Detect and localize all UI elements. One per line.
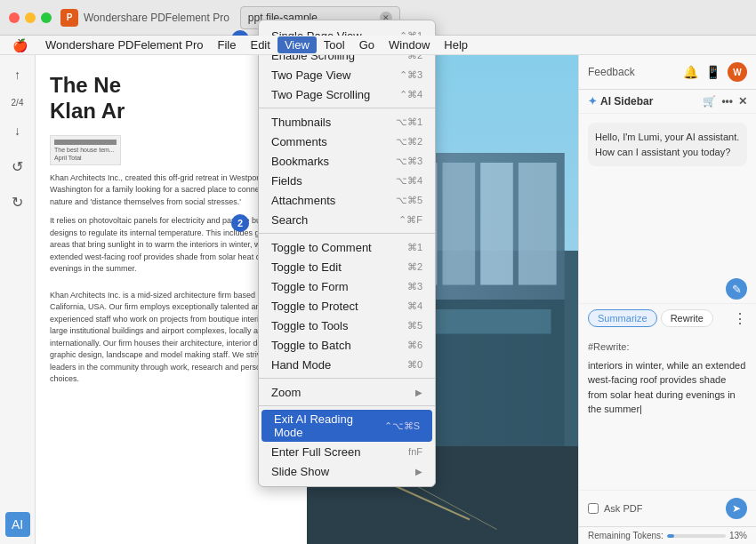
fields-shortcut: ⌥⌘4 [396,175,422,187]
attachments-shortcut: ⌥⌘5 [396,195,422,206]
dropdown-overlay[interactable]: Single Page View ⌃⌘1 Enable Scrolling ⌃⌘… [0,20,756,544]
toggle-comment-shortcut: ⌘1 [407,242,422,253]
toggle-tools-shortcut: ⌘5 [407,320,422,332]
enter-fullscreen-label: Enter Full Screen [271,445,360,459]
toggle-comment-label: Toggle to Comment [271,241,372,254]
menu-bar: 🍎 Wondershare PDFelement Pro File Edit V… [0,36,756,55]
comments-shortcut: ⌥⌘2 [396,136,422,148]
menu-wondershare[interactable]: Wondershare PDFelement Pro [38,36,211,53]
badge-2: 2 [231,214,249,232]
hand-mode-label: Hand Mode [271,358,331,372]
menu-window[interactable]: Window [382,36,437,53]
comments-item[interactable]: Comments ⌥⌘2 [259,132,435,151]
fields-label: Fields [271,174,302,188]
toggle-tools-item[interactable]: Toggle to Tools ⌘5 [259,316,435,335]
exit-ai-reading-shortcut: ⌃⌥⌘S [384,420,420,432]
toggle-form-shortcut: ⌘3 [407,281,422,292]
toggle-section: Toggle to Comment ⌘1 Toggle to Edit ⌘2 T… [259,233,435,376]
slide-show-label: Slide Show [271,465,329,478]
two-page-view-shortcut: ⌃⌘3 [399,69,422,81]
search-shortcut: ⌃⌘F [398,214,422,226]
two-page-scrolling-label: Two Page Scrolling [271,88,370,101]
menu-edit[interactable]: Edit [243,36,277,53]
two-page-view-label: Two Page View [271,68,350,82]
bookmarks-label: Bookmarks [271,155,329,168]
toggle-protect-shortcut: ⌘4 [407,300,422,312]
exit-ai-reading-item[interactable]: Exit AI Reading Mode ⌃⌥⌘S [261,410,432,442]
zoom-item[interactable]: Zoom ▶ [259,382,435,402]
two-page-view-item[interactable]: Two Page View ⌃⌘3 [259,65,435,84]
toggle-edit-label: Toggle to Edit [271,260,342,274]
zoom-section: Zoom ▶ [259,378,435,404]
slide-show-item[interactable]: Slide Show ▶ [259,461,435,481]
attachments-label: Attachments [271,194,335,207]
slide-show-arrow: ▶ [415,467,422,476]
fields-item[interactable]: Fields ⌥⌘4 [259,171,435,190]
view-dropdown-menu: Single Page View ⌃⌘1 Enable Scrolling ⌃⌘… [258,20,436,487]
bookmarks-shortcut: ⌥⌘3 [396,156,422,167]
search-item[interactable]: Search ⌃⌘F [259,210,435,229]
toggle-batch-item[interactable]: Toggle to Batch ⌘6 [259,335,435,355]
thumbnails-item[interactable]: Thumbnails ⌥⌘1 [259,112,435,132]
menu-tool[interactable]: Tool [317,36,352,53]
zoom-label: Zoom [271,386,301,399]
toggle-tools-label: Toggle to Tools [271,319,349,332]
toggle-batch-label: Toggle to Batch [271,339,351,352]
two-page-scrolling-item[interactable]: Two Page Scrolling ⌃⌘4 [259,84,435,104]
apple-menu[interactable]: 🍎 [5,36,35,54]
menu-view[interactable]: View [277,36,317,53]
bookmarks-item[interactable]: Bookmarks ⌥⌘3 [259,151,435,171]
thumbnails-shortcut: ⌥⌘1 [396,116,422,128]
panel-section: Thumbnails ⌥⌘1 Comments ⌥⌘2 Bookmarks ⌥⌘… [259,108,435,231]
zoom-submenu-arrow: ▶ [415,388,422,397]
hand-mode-item[interactable]: Hand Mode ⌘0 [259,355,435,374]
thumbnails-label: Thumbnails [271,116,331,129]
toggle-batch-shortcut: ⌘6 [407,340,422,351]
screen-section: Exit AI Reading Mode ⌃⌥⌘S Enter Full Scr… [259,405,435,483]
menu-file[interactable]: File [211,36,244,53]
toggle-form-item[interactable]: Toggle to Form ⌘3 [259,276,435,296]
toggle-edit-item[interactable]: Toggle to Edit ⌘2 [259,257,435,276]
toggle-protect-label: Toggle to Protect [271,300,358,313]
hand-mode-shortcut: ⌘0 [407,359,422,371]
enter-fullscreen-item[interactable]: Enter Full Screen fnF [259,442,435,461]
enter-fullscreen-shortcut: fnF [408,446,422,457]
toggle-protect-item[interactable]: Toggle to Protect ⌘4 [259,296,435,316]
menu-help[interactable]: Help [437,36,475,53]
attachments-item[interactable]: Attachments ⌥⌘5 [259,190,435,210]
search-label: Search [271,213,308,227]
toggle-form-label: Toggle to Form [271,280,349,293]
comments-label: Comments [271,135,327,148]
menu-go[interactable]: Go [352,36,382,53]
toggle-comment-item[interactable]: Toggle to Comment ⌘1 [259,237,435,257]
toggle-edit-shortcut: ⌘2 [407,261,422,273]
two-page-scrolling-shortcut: ⌃⌘4 [399,89,422,100]
exit-ai-reading-label: Exit AI Reading Mode [274,412,384,439]
